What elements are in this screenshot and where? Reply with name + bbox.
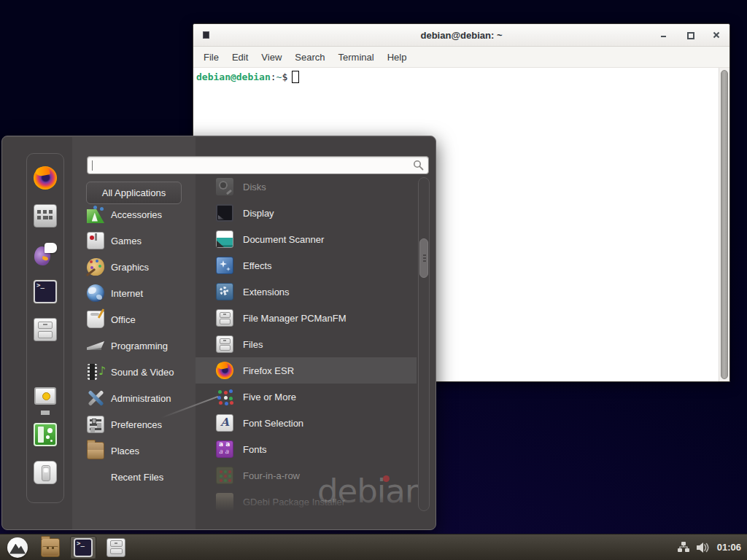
menu-file[interactable]: File <box>197 50 225 65</box>
internet-icon <box>87 284 104 302</box>
app-label: File Manager PCManFM <box>243 313 347 324</box>
prompt-path: ~ <box>276 71 282 82</box>
app-four-in-a-row[interactable]: Four-in-a-row <box>196 462 417 489</box>
menu-terminal[interactable]: Terminal <box>332 50 381 65</box>
places-icon <box>87 442 104 459</box>
sidebar-item-firefox[interactable] <box>34 166 57 190</box>
administration-icon <box>87 389 104 407</box>
menu-search[interactable]: Search <box>288 50 331 65</box>
category-internet[interactable]: Internet <box>82 280 196 306</box>
app-gdebi-package-installer[interactable]: GDebi Package Installer <box>196 489 417 515</box>
taskbar-item-file-manager-pcmanfm[interactable] <box>37 536 63 559</box>
effects-icon <box>216 257 233 274</box>
app-label: Effects <box>243 260 272 271</box>
app-firefox-esr[interactable]: Firefox ESR <box>196 357 417 384</box>
app-label: Five or More <box>243 392 296 402</box>
system-tray: 01:06 <box>678 542 747 553</box>
menu-scrollbar-thumb[interactable] <box>419 238 428 278</box>
cabinet-icon <box>216 335 233 353</box>
menu-view[interactable]: View <box>255 50 288 65</box>
programming-icon <box>87 337 104 354</box>
shutdown-icon <box>34 461 57 484</box>
app-list: Disks Display Document Scanner Effects E… <box>196 174 417 515</box>
fourinarow-icon <box>216 467 233 484</box>
prompt-user-host: debian@debian <box>196 71 271 82</box>
taskbar-item-terminal-window[interactable] <box>70 536 96 559</box>
shell-prompt: debian@debian:~$ <box>196 71 299 83</box>
sidebar-item-onscreen-keyboard[interactable] <box>34 204 57 228</box>
gdebi-icon <box>216 493 233 510</box>
search-box[interactable] <box>87 156 429 174</box>
category-games[interactable]: Games <box>82 228 196 254</box>
app-document-scanner[interactable]: Document Scanner <box>196 226 417 252</box>
category-label: Internet <box>111 288 143 299</box>
app-fonts[interactable]: Fonts <box>196 436 417 462</box>
application-menu: debian All Applications Accessories Game… <box>1 136 436 530</box>
sidebar-item-pidgin[interactable] <box>34 242 57 265</box>
network-icon[interactable] <box>678 542 689 553</box>
terminal-icon <box>74 538 93 557</box>
volume-icon[interactable] <box>697 542 710 553</box>
sidebar-item-logout[interactable] <box>34 423 57 446</box>
app-display[interactable]: Display <box>196 200 417 226</box>
app-font-selection[interactable]: Font Selection <box>196 410 417 436</box>
category-places[interactable]: Places <box>82 438 196 464</box>
soundvideo-icon <box>87 363 104 381</box>
close-button[interactable] <box>712 31 721 39</box>
category-programming[interactable]: Programming <box>82 332 196 359</box>
terminal-scrollbar-thumb[interactable] <box>721 70 728 379</box>
category-administration[interactable]: Administration <box>82 385 196 411</box>
terminal-app-icon <box>203 31 209 39</box>
minimize-button[interactable] <box>659 31 668 39</box>
category-label: Accessories <box>111 209 162 220</box>
menu-edit[interactable]: Edit <box>225 50 255 65</box>
app-effects[interactable]: Effects <box>196 252 417 279</box>
app-label: Disks <box>243 182 266 192</box>
category-sound-video[interactable]: Sound & Video <box>82 359 196 385</box>
category-preferences[interactable]: Preferences <box>82 411 196 438</box>
cabinet-icon <box>107 538 125 557</box>
app-files[interactable]: Files <box>196 331 417 357</box>
category-label: Graphics <box>111 262 149 273</box>
accessories-icon <box>87 206 104 223</box>
category-label: Preferences <box>111 419 162 430</box>
taskbar-item-menu-button[interactable] <box>4 536 31 559</box>
firefox-icon <box>34 166 57 190</box>
sidebar-item-shutdown[interactable] <box>34 461 57 484</box>
disks-icon <box>216 178 233 195</box>
extensions-icon <box>216 283 233 300</box>
terminal-titlebar[interactable]: debian@debian: ~ <box>193 24 729 47</box>
category-graphics[interactable]: Graphics <box>82 254 196 280</box>
sidebar-item-terminal[interactable] <box>34 280 57 303</box>
menu-scrollbar[interactable] <box>418 177 430 511</box>
taskbar-items <box>0 534 129 560</box>
folderTask-icon <box>41 538 60 557</box>
menu-help[interactable]: Help <box>381 50 414 65</box>
sidebar-item-lock-screen[interactable] <box>34 385 57 408</box>
logout-icon <box>34 423 57 446</box>
category-label: Sound & Video <box>111 367 174 378</box>
app-disks[interactable]: Disks <box>196 174 417 200</box>
fiveormore-icon <box>216 388 233 405</box>
app-five-or-more[interactable]: Five or More <box>196 384 417 410</box>
clock[interactable]: 01:06 <box>717 542 741 553</box>
search-input[interactable] <box>93 157 413 174</box>
maximize-button[interactable] <box>686 31 694 39</box>
window-controls <box>659 24 721 46</box>
app-label: Extensions <box>243 287 290 298</box>
taskbar-item-files[interactable] <box>103 536 129 559</box>
cabinet-icon <box>34 318 57 341</box>
all-applications-label: All Applications <box>102 187 166 198</box>
app-file-manager-pcmanfm[interactable]: File Manager PCManFM <box>196 305 417 331</box>
category-label: Office <box>111 314 136 325</box>
terminal-scrollbar[interactable] <box>719 68 729 381</box>
category-office[interactable]: Office <box>82 306 196 332</box>
app-extensions[interactable]: Extensions <box>196 279 417 305</box>
cabinet-icon <box>216 309 233 327</box>
category-accessories[interactable]: Accessories <box>82 201 196 228</box>
category-label: Administration <box>111 393 171 404</box>
category-recent-files[interactable]: Recent Files <box>82 464 196 490</box>
terminal-icon <box>34 280 57 303</box>
sidebar-item-file-manager[interactable] <box>34 318 57 341</box>
window-title: debian@debian: ~ <box>421 30 503 41</box>
